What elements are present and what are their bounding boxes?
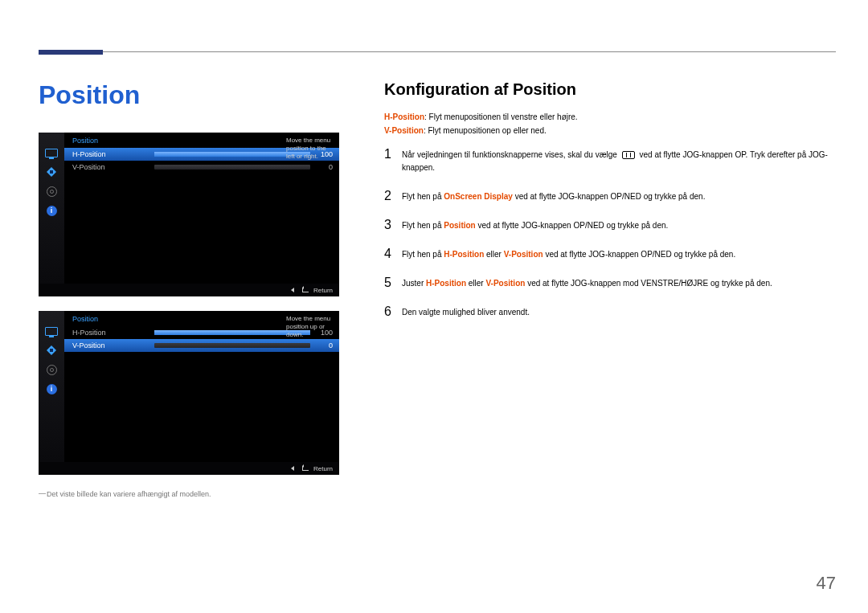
def-h-text: : Flyt menupositionen til venstre eller … bbox=[424, 112, 578, 121]
step-6: 6 Den valgte mulighed bliver anvendt. bbox=[384, 304, 836, 319]
subsection-heading: Konfiguration af Position bbox=[384, 80, 836, 99]
right-column: Konfiguration af Position H-Position: Fl… bbox=[384, 80, 836, 333]
v-position-slider bbox=[154, 165, 310, 170]
term-v-position: V-Position bbox=[384, 126, 424, 135]
keyword-h-position: H-Position bbox=[426, 279, 466, 288]
step-5: 5 Juster H-Position eller V-Position ved… bbox=[384, 276, 836, 290]
h-position-label: H-Position bbox=[72, 329, 149, 337]
text: Flyt hen på bbox=[402, 221, 444, 230]
monitor-icon bbox=[44, 147, 59, 158]
v-position-slider bbox=[154, 343, 310, 348]
text: Juster bbox=[402, 279, 426, 288]
text: Når vejledningen til funktionsknapperne … bbox=[402, 150, 620, 159]
text: ved at flytte JOG-knappen OP/NED og tryk… bbox=[476, 221, 669, 230]
step-list: 1 Når vejledningen til funktionsknappern… bbox=[384, 147, 836, 319]
v-position-label: V-Position bbox=[72, 163, 149, 171]
osd-tooltip: Move the menu position up or down. bbox=[286, 315, 339, 339]
keyword-h-position: H-Position bbox=[444, 250, 484, 259]
osd-screenshot-hposition: i Position H-Position 100 V-Position 0 M… bbox=[39, 133, 339, 296]
step-text: Juster H-Position eller V-Position ved a… bbox=[402, 276, 836, 290]
step-3: 3 Flyt hen på Position ved at flytte JOG… bbox=[384, 218, 836, 232]
left-column: Position i Position H-Position 100 V-Pos… bbox=[39, 80, 362, 500]
osd-row-v-position: V-Position 0 bbox=[64, 339, 339, 352]
osd-sidebar: i bbox=[39, 133, 64, 284]
keyword-v-position: V-Position bbox=[485, 279, 525, 288]
step-text: Flyt hen på H-Position eller V-Position … bbox=[402, 247, 836, 261]
osd-row-v-position: V-Position 0 bbox=[64, 161, 339, 174]
keyword-onscreen-display: OnScreen Display bbox=[444, 192, 513, 201]
keyword-position: Position bbox=[444, 221, 475, 230]
osd-tooltip: Move the menu position to the left or ri… bbox=[286, 137, 339, 161]
keyword-v-position: V-Position bbox=[504, 250, 543, 259]
step-1: 1 Når vejledningen til funktionsknappern… bbox=[384, 147, 836, 174]
step-number: 6 bbox=[384, 304, 402, 319]
osd-footer: Return bbox=[39, 462, 339, 475]
gear-icon bbox=[44, 186, 59, 197]
step-text: Når vejledningen til funktionsknapperne … bbox=[402, 147, 836, 174]
menu-button-icon bbox=[622, 151, 635, 159]
v-position-label: V-Position bbox=[72, 341, 149, 349]
text: Flyt hen på bbox=[402, 192, 444, 201]
osd-body: Position H-Position 100 V-Position 0 Mov… bbox=[64, 311, 339, 462]
return-icon bbox=[302, 288, 309, 292]
return-label: Return bbox=[313, 465, 333, 472]
osd-sidebar: i bbox=[39, 311, 64, 462]
info-icon: i bbox=[44, 205, 59, 216]
step-text: Den valgte mulighed bliver anvendt. bbox=[402, 304, 836, 319]
monitor-icon bbox=[44, 325, 59, 337]
header-rule-accent bbox=[39, 50, 103, 55]
move-icon bbox=[44, 166, 59, 178]
text: ved at flytte JOG-knappen mod VENSTRE/HØ… bbox=[525, 279, 772, 288]
move-icon bbox=[44, 345, 59, 356]
term-h-position: H-Position bbox=[384, 112, 424, 121]
text: Flyt hen på bbox=[402, 250, 444, 259]
header-rule bbox=[39, 51, 836, 52]
h-position-label: H-Position bbox=[72, 150, 149, 158]
osd-body: Position H-Position 100 V-Position 0 Mov… bbox=[64, 133, 339, 284]
definitions: H-Position: Flyt menupositionen til vens… bbox=[384, 110, 836, 137]
return-label: Return bbox=[313, 287, 333, 294]
text: ved at flytte JOG-knappen OP/NED og tryk… bbox=[543, 250, 736, 259]
text: ved at flytte JOG-knappen OP/NED og tryk… bbox=[513, 192, 706, 201]
step-text: Flyt hen på OnScreen Display ved at flyt… bbox=[402, 189, 836, 203]
def-v-text: : Flyt menupositionen op eller ned. bbox=[424, 126, 547, 135]
step-number: 2 bbox=[384, 189, 402, 203]
v-position-value: 0 bbox=[315, 163, 333, 171]
step-text: Flyt hen på Position ved at flytte JOG-k… bbox=[402, 218, 836, 232]
left-arrow-icon bbox=[291, 288, 294, 292]
image-caption: Det viste billede kan variere afhængigt … bbox=[39, 489, 362, 500]
step-number: 1 bbox=[384, 147, 402, 161]
step-number: 4 bbox=[384, 247, 402, 261]
step-4: 4 Flyt hen på H-Position eller V-Positio… bbox=[384, 247, 836, 261]
step-2: 2 Flyt hen på OnScreen Display ved at fl… bbox=[384, 189, 836, 203]
osd-screenshot-vposition: i Position H-Position 100 V-Position 0 M… bbox=[39, 311, 339, 475]
left-arrow-icon bbox=[291, 466, 294, 471]
info-icon: i bbox=[44, 383, 59, 394]
return-icon bbox=[302, 466, 309, 471]
step-number: 5 bbox=[384, 276, 402, 290]
section-heading: Position bbox=[39, 80, 362, 110]
step-number: 3 bbox=[384, 218, 402, 232]
text: eller bbox=[466, 279, 485, 288]
gear-icon bbox=[44, 364, 59, 375]
page-number: 47 bbox=[817, 573, 836, 594]
text: eller bbox=[484, 250, 503, 259]
v-position-value: 0 bbox=[315, 341, 333, 349]
osd-footer: Return bbox=[39, 284, 339, 296]
